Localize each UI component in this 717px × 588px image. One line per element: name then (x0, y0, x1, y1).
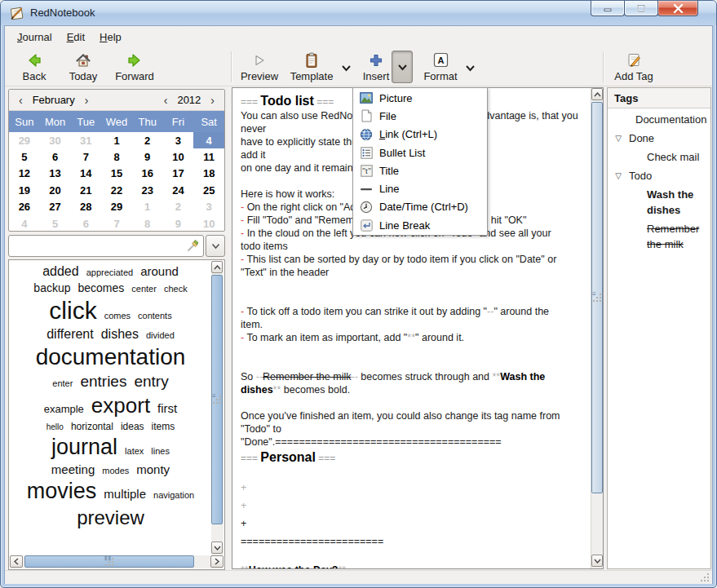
cloud-word[interactable]: example (44, 403, 84, 415)
insert-button[interactable]: Insert (357, 50, 395, 84)
expander-triangle-icon[interactable]: ▽ (608, 130, 629, 146)
insert-menu-item-link-ctrl-l[interactable]: Link (Ctrl+L) (354, 126, 486, 144)
calendar-day[interactable]: 6 (70, 215, 101, 232)
close-button[interactable] (657, 1, 698, 16)
calendar-day[interactable]: 8 (101, 148, 132, 165)
cloud-word[interactable]: enter (52, 378, 73, 388)
calendar-day[interactable]: 14 (70, 166, 101, 182)
calendar-day[interactable]: 9 (132, 148, 163, 165)
calendar-day[interactable]: 2 (132, 132, 163, 148)
calendar-day[interactable]: 11 (193, 148, 224, 165)
insert-menu-item-picture[interactable]: Picture (354, 89, 486, 107)
calendar-day[interactable]: 18 (193, 166, 224, 182)
cloud-word[interactable]: latex (125, 446, 144, 456)
tag-item-wash-the-dishes[interactable]: Wash the dishes (608, 183, 710, 218)
calendar-day[interactable]: 29 (101, 199, 132, 215)
format-button[interactable]: A Format (418, 50, 463, 84)
calendar-day[interactable]: 10 (163, 148, 194, 165)
calendar-day[interactable]: 17 (163, 166, 194, 182)
calendar-day[interactable]: 19 (9, 182, 40, 198)
calendar-day[interactable]: 26 (9, 199, 40, 215)
tag-item-check-mail[interactable]: Check mail (608, 146, 710, 165)
calendar-day[interactable]: 28 (70, 199, 101, 215)
cloud-word[interactable]: entries (80, 373, 126, 391)
calendar-day[interactable]: 31 (70, 132, 101, 148)
cloud-word[interactable]: backup (33, 281, 70, 294)
calendar-day[interactable]: 1 (132, 199, 163, 215)
cloud-word[interactable]: entry (134, 373, 168, 391)
calendar-day[interactable]: 10 (193, 215, 224, 232)
calendar-day[interactable]: 2 (163, 199, 194, 215)
calendar-day[interactable]: 24 (163, 182, 194, 198)
titlebar[interactable]: RedNotebook (1, 1, 716, 25)
minimize-button[interactable] (591, 1, 625, 16)
cloud-word[interactable]: dishes (101, 327, 139, 342)
tag-item-documentation[interactable]: Documentation (608, 108, 710, 127)
cloud-word[interactable]: different (46, 327, 94, 342)
scroll-down-button[interactable] (211, 542, 223, 554)
cloud-word[interactable]: horizontal (71, 421, 113, 432)
search-input[interactable] (8, 235, 204, 257)
insert-menu-item-date-time-ctrl-d[interactable]: Date/Time (Ctrl+D) (354, 198, 486, 216)
calendar-day[interactable]: 15 (101, 166, 132, 182)
cloud-word[interactable]: added (42, 264, 79, 279)
back-button[interactable]: Back (11, 50, 57, 84)
cloud-word[interactable]: becomes (78, 281, 125, 294)
calendar-day[interactable]: 9 (163, 215, 194, 232)
cloud-word[interactable]: items (152, 421, 175, 432)
calendar-day[interactable]: 7 (101, 215, 132, 232)
cloud-word[interactable]: comes (104, 311, 131, 321)
scroll-right-button[interactable] (210, 555, 224, 568)
search-dropdown-button[interactable] (206, 235, 225, 257)
preview-button[interactable]: Preview (236, 50, 283, 84)
calendar-day[interactable]: 7 (70, 148, 101, 165)
calendar-day[interactable]: 1 (101, 132, 132, 148)
calendar-day[interactable]: 23 (132, 182, 163, 198)
editor-vertical-scrollbar[interactable]: ≡ (591, 88, 603, 568)
cloud-word[interactable]: movies (27, 479, 97, 504)
tags-header[interactable]: Tags (608, 88, 710, 108)
cloud-word[interactable]: divided (146, 330, 175, 340)
calendar-day[interactable]: 25 (193, 182, 224, 198)
cloud-word[interactable]: hello (46, 422, 64, 431)
template-dropdown-chevron-icon[interactable] (338, 60, 354, 76)
menu-journal[interactable]: Journal (10, 28, 60, 46)
cloud-word[interactable]: center (131, 284, 157, 294)
cloud-word[interactable]: lines (151, 446, 170, 456)
calendar-day[interactable]: 22 (101, 182, 132, 198)
next-month-arrow[interactable]: › (83, 94, 91, 107)
calendar-day[interactable]: 20 (40, 182, 71, 198)
insert-menu-item-title[interactable]: "t"Title (354, 161, 486, 179)
cloud-word[interactable]: check (164, 284, 188, 294)
calendar-day[interactable]: 4 (193, 132, 224, 148)
cloud-word[interactable]: contents (138, 311, 172, 321)
forward-button[interactable]: Forward (109, 50, 160, 84)
next-year-arrow[interactable]: › (209, 94, 216, 107)
scroll-up-button[interactable] (591, 88, 603, 100)
cloud-word[interactable]: ideas (121, 421, 144, 432)
template-button[interactable]: Template (285, 50, 339, 84)
menu-help[interactable]: Help (92, 28, 129, 46)
cloud-word[interactable]: journal (51, 435, 117, 460)
add-tag-button[interactable]: Add Tag (609, 50, 659, 84)
clear-broom-icon[interactable] (186, 239, 200, 253)
cloud-word[interactable]: export (91, 393, 150, 418)
scroll-up-button[interactable] (211, 261, 223, 273)
expander-triangle-icon[interactable]: ▽ (608, 168, 629, 183)
cloud-word[interactable]: meeting (51, 462, 95, 476)
calendar-day[interactable]: 8 (132, 215, 163, 232)
cloud-word[interactable]: appreciated (86, 267, 134, 277)
calendar-day[interactable]: 6 (40, 148, 71, 165)
calendar-day[interactable]: 5 (40, 215, 71, 232)
menu-edit[interactable]: Edit (60, 28, 92, 46)
prev-year-arrow[interactable]: ‹ (162, 94, 170, 107)
cloud-word[interactable]: around (140, 264, 179, 278)
insert-menu-item-line-break[interactable]: Line Break (354, 216, 486, 234)
scroll-thumb[interactable]: ≡ (211, 275, 223, 524)
format-dropdown-chevron-icon[interactable] (462, 60, 478, 76)
cloud-vertical-scrollbar[interactable]: ≡ (211, 261, 224, 556)
scroll-thumb[interactable]: ⦀⦀ (24, 555, 194, 568)
calendar-day[interactable]: 3 (163, 132, 194, 148)
cloud-word[interactable]: click (49, 297, 96, 325)
insert-dropdown-chevron-button[interactable] (392, 51, 413, 83)
